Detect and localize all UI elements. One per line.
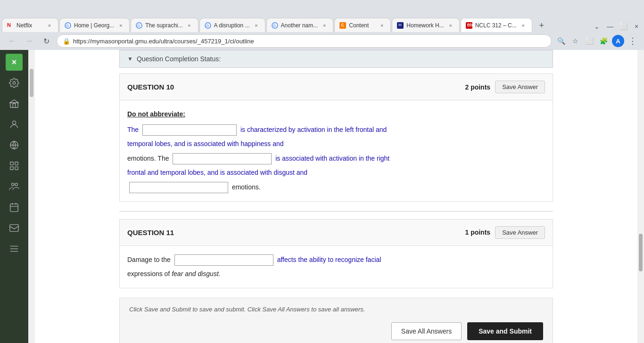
back-button[interactable]: ← xyxy=(6,34,19,48)
right-scrollbar[interactable] xyxy=(637,50,644,343)
reload-button[interactable]: ↻ xyxy=(40,34,53,48)
bookmark-icon[interactable]: ☆ xyxy=(570,35,581,47)
tab-disruption[interactable]: G A disruption ... × xyxy=(199,18,265,32)
question10-title: QUESTION 10 xyxy=(127,83,174,91)
tab-homework[interactable]: H Homework H... × xyxy=(392,18,459,32)
svg-text:G: G xyxy=(66,24,69,28)
q10-text-after4: frontal and temporal lobes, and is assoc… xyxy=(127,169,307,176)
tab-another-nam[interactable]: G Another nam... × xyxy=(266,18,334,32)
address-bar-icons: 🔍 ☆ ⬜ 🧩 A ⋮ xyxy=(555,35,638,47)
tab-nclc312-title: NCLC 312 – C... xyxy=(475,22,517,29)
svg-rect-19 xyxy=(10,225,18,232)
tab-supra[interactable]: G The suprachi... × xyxy=(131,18,198,32)
tab-netflix-title: Netflix xyxy=(17,22,43,29)
tab-homework-close[interactable]: × xyxy=(447,22,454,29)
completion-status-label: Question Completion Status: xyxy=(137,55,221,63)
question10-block: QUESTION 10 2 points Save Answer Do not … xyxy=(119,74,553,202)
main-layout: × xyxy=(0,50,644,343)
question11-title: QUESTION 11 xyxy=(127,229,174,237)
google-favicon-3: G xyxy=(205,22,211,29)
q11-input1[interactable] xyxy=(174,254,273,266)
q10-input3[interactable] xyxy=(129,182,228,193)
svg-rect-14 xyxy=(10,167,13,170)
sidebar-institution-icon[interactable] xyxy=(6,95,23,112)
search-icon[interactable]: 🔍 xyxy=(555,35,567,47)
google-favicon-4: G xyxy=(272,22,278,29)
url-text: https://mymasonportal.gmu.edu/ultra/cour… xyxy=(73,38,545,45)
question11-points-area: 1 points Save Answer xyxy=(465,226,545,239)
right-scrollbar-thumb[interactable] xyxy=(639,234,643,271)
q11-text-before1: Damage to the xyxy=(127,256,171,263)
tab-netflix-close[interactable]: × xyxy=(46,22,53,29)
tab-controls: ⌄ — ⬜ × xyxy=(591,21,642,32)
close-window-button[interactable]: × xyxy=(631,21,642,32)
completion-status-bar[interactable]: ▼ Question Completion Status: xyxy=(119,50,553,68)
sidebar-calendar-icon[interactable] xyxy=(6,199,23,216)
sidebar-menu-icon[interactable] xyxy=(6,240,23,257)
tab-list-button[interactable]: ⌄ xyxy=(591,21,603,32)
extensions-icon[interactable]: 🧩 xyxy=(598,35,609,47)
svg-text:G: G xyxy=(273,24,276,28)
google-favicon-1: G xyxy=(65,22,71,29)
sidebar-settings-icon[interactable] xyxy=(6,74,23,91)
q10-input1[interactable] xyxy=(142,124,237,136)
svg-point-10 xyxy=(12,121,16,124)
tab-content[interactable]: C Content × xyxy=(334,18,391,32)
tab-nclc312[interactable]: Bb NCLC 312 – C... × xyxy=(461,18,532,32)
forward-button[interactable]: → xyxy=(23,34,36,48)
svg-rect-15 xyxy=(15,167,18,170)
tab-content-close[interactable]: × xyxy=(378,22,386,29)
maximize-button[interactable]: ⬜ xyxy=(618,21,629,32)
inner-content: ▼ Question Completion Status: QUESTION 1… xyxy=(110,50,562,343)
svg-point-17 xyxy=(15,183,18,186)
tab-supra-close[interactable]: × xyxy=(186,22,193,29)
question11-body: Damage to the affects the ability to rec… xyxy=(120,246,553,288)
svg-point-8 xyxy=(13,82,16,84)
vertical-scrollbar-indicator xyxy=(28,50,35,343)
new-tab-button[interactable]: + xyxy=(535,19,548,32)
question11-save-answer-button[interactable]: Save Answer xyxy=(495,226,545,239)
tab-home-georg-close[interactable]: × xyxy=(117,22,124,29)
question10-instruction: Do not abbreviate: xyxy=(127,110,185,118)
lock-icon: 🔒 xyxy=(63,38,70,45)
question11-header: QUESTION 11 1 points Save Answer xyxy=(120,220,553,246)
q10-text-after3: is associated with activation in the rig… xyxy=(275,155,389,162)
save-all-answers-button[interactable]: Save All Answers xyxy=(391,322,462,340)
q10-text-before3: emotions. The xyxy=(127,155,169,162)
minimize-button[interactable]: — xyxy=(604,21,616,32)
scrollbar-thumb[interactable] xyxy=(30,69,33,97)
tab-home-georg[interactable]: G Home | Georg... × xyxy=(59,18,130,32)
q10-text-after2: temporal lobes, and is associated with h… xyxy=(127,140,284,147)
profile-button[interactable]: A xyxy=(612,35,624,47)
question10-points: 2 points xyxy=(465,83,490,91)
question10-save-answer-button[interactable]: Save Answer xyxy=(495,81,545,93)
q10-input2[interactable] xyxy=(173,153,272,164)
sidebar-group-icon[interactable] xyxy=(6,178,23,195)
q10-text-the1: The xyxy=(127,126,139,133)
question11-points: 1 points xyxy=(465,229,490,236)
save-and-submit-button[interactable]: Save and Submit xyxy=(467,322,543,340)
blackboard-favicon: Bb xyxy=(466,22,472,29)
sidebar-globe-icon[interactable] xyxy=(6,137,23,154)
url-bar[interactable]: 🔒 https://mymasonportal.gmu.edu/ultra/co… xyxy=(57,34,552,48)
tab-netflix[interactable]: N Netflix × xyxy=(2,18,58,32)
question-divider xyxy=(119,211,553,212)
content-favicon: C xyxy=(339,22,346,29)
homework-favicon: H xyxy=(397,22,404,29)
q10-text-after5: emotions. xyxy=(232,183,261,191)
netflix-favicon: N xyxy=(7,22,14,29)
sidebar-user-icon[interactable] xyxy=(6,116,23,133)
sidebar-close-button[interactable]: × xyxy=(6,54,23,71)
sidebar-mail-icon[interactable] xyxy=(6,220,23,237)
sidebar-grid-icon[interactable] xyxy=(6,157,23,174)
chrome-menu-button[interactable]: ⋮ xyxy=(627,35,638,47)
footer-actions: Save All Answers Save and Submit xyxy=(129,322,543,340)
address-bar: ← → ↻ 🔒 https://mymasonportal.gmu.edu/ul… xyxy=(0,32,644,50)
tab-bar: N Netflix × G Home | Georg... × G The su… xyxy=(0,15,644,32)
tab-nclc312-close[interactable]: × xyxy=(520,22,527,29)
question10-points-area: 2 points Save Answer xyxy=(465,81,545,93)
sidebar-toggle[interactable]: ⬜ xyxy=(584,35,595,47)
tab-disruption-close[interactable]: × xyxy=(253,22,260,29)
question10-header: QUESTION 10 2 points Save Answer xyxy=(120,74,553,100)
tab-another-nam-close[interactable]: × xyxy=(321,22,328,29)
